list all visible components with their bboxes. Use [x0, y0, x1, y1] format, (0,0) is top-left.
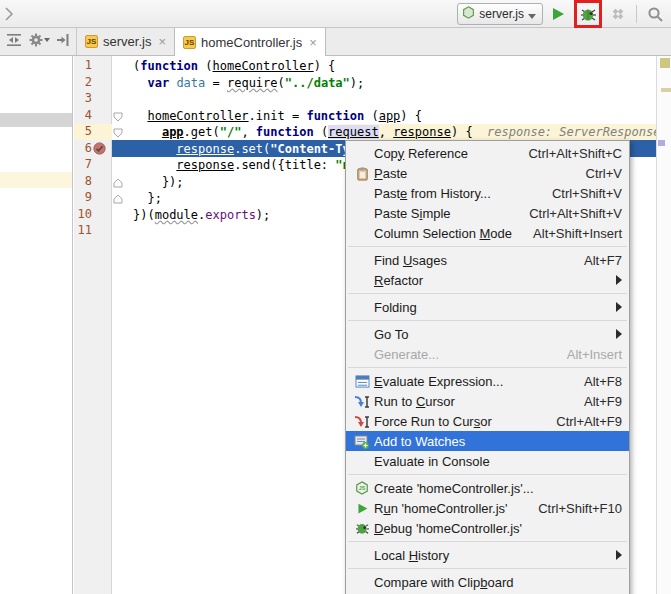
menu-item-label: Run to Cursor	[374, 394, 564, 409]
menu-item-shortcut: Ctrl+Shift+F10	[538, 501, 622, 516]
search-icon[interactable]	[643, 2, 667, 26]
menu-item-copy-reference[interactable]: Copy ReferenceCtrl+Alt+Shift+C	[346, 143, 629, 163]
code-line-5[interactable]: app.get("/", function (request, response…	[122, 124, 656, 141]
left-editor-pane	[0, 56, 73, 594]
menu-item-label: Compare with Clipboard	[374, 575, 622, 590]
breadcrumb-chevron-icon	[3, 5, 15, 26]
menu-item-paste-simple[interactable]: Paste SimpleCtrl+Alt+Shift+V	[346, 203, 629, 223]
tab-homeController-js[interactable]: JShomeController.js×	[174, 28, 326, 56]
code-line-8[interactable]: });	[122, 174, 184, 191]
menu-separator	[348, 367, 627, 368]
line-number[interactable]: 11	[74, 223, 92, 237]
menu-item-label: Add to Watches	[374, 434, 622, 449]
editor-context-menu: Copy ReferenceCtrl+Alt+Shift+CPasteCtrl+…	[345, 140, 630, 594]
js-file-icon: JS	[85, 35, 98, 48]
left-pane-highlight-band	[0, 113, 72, 127]
code-line-2[interactable]: var data = require("../data");	[122, 75, 364, 92]
line-number[interactable]: 10	[74, 207, 92, 221]
menu-item-shortcut: Ctrl+V	[586, 166, 622, 181]
tab-server-js[interactable]: JSserver.js×	[77, 28, 174, 55]
run-to-cursor-icon	[350, 394, 374, 409]
line-number[interactable]: 1	[74, 58, 92, 72]
menu-item-shortcut: Ctrl+Shift+V	[552, 186, 622, 201]
code-line-4[interactable]: homeController.init = function (app) {	[122, 108, 422, 125]
stripe-marker[interactable]	[658, 140, 665, 146]
menu-item-shortcut: Alt+F9	[584, 394, 622, 409]
line-number[interactable]: 4	[74, 108, 92, 122]
menu-separator	[348, 293, 627, 294]
code-line-6[interactable]: response.set("Content-Typ	[122, 141, 357, 158]
menu-item-debug-homecontroller-js[interactable]: Debug 'homeController.js'	[346, 518, 629, 538]
tab-label: homeController.js	[201, 35, 302, 50]
force-run-to-cursor-icon	[350, 414, 374, 429]
close-tab-icon[interactable]: ×	[309, 35, 317, 50]
menu-item-evaluate-in-console[interactable]: Evaluate in Console	[346, 451, 629, 471]
hide-tabs-icon[interactable]	[56, 32, 70, 51]
menu-item-label: Refactor	[374, 273, 608, 288]
tab-settings-gear-icon[interactable]	[28, 32, 50, 51]
menu-item-compare-with-clipboard[interactable]: Compare with Clipboard	[346, 572, 629, 592]
breakpoint-icon[interactable]	[93, 142, 106, 158]
menu-item-label: Copy Reference	[374, 146, 508, 161]
run-button[interactable]	[546, 2, 570, 26]
menu-item-run-to-cursor[interactable]: Run to CursorAlt+F9	[346, 391, 629, 411]
menu-item-go-to[interactable]: Go To	[346, 324, 629, 344]
menu-separator	[348, 568, 627, 569]
add-to-watches-icon	[350, 434, 374, 449]
line-number[interactable]: 8	[74, 174, 92, 188]
run-configuration-combo[interactable]: server.js	[457, 3, 543, 25]
code-line-9[interactable]: };	[122, 190, 162, 207]
line-number[interactable]: 9	[74, 190, 92, 204]
tab-corner-actions	[0, 28, 77, 55]
js-file-icon: JS	[183, 36, 196, 49]
menu-separator	[348, 541, 627, 542]
line-number[interactable]: 5	[74, 124, 92, 138]
main-toolbar: server.js	[0, 0, 671, 28]
menu-item-label: Run 'homeController.js'	[374, 501, 518, 516]
close-tab-icon[interactable]: ×	[158, 34, 166, 49]
stripe-marker[interactable]	[661, 88, 671, 92]
nodejs-icon: JS	[350, 481, 374, 495]
menu-item-shortcut: Ctrl+Alt+Shift+C	[528, 146, 622, 161]
svg-text:JS: JS	[359, 485, 366, 491]
menu-item-paste[interactable]: PasteCtrl+V	[346, 163, 629, 183]
menu-item-evaluate-expression[interactable]: Evaluate Expression...Alt+F8	[346, 371, 629, 391]
menu-item-shortcut: Alt+Shift+Insert	[533, 226, 622, 241]
code-line-3[interactable]	[122, 91, 133, 108]
menu-separator	[348, 474, 627, 475]
line-number[interactable]: 6	[74, 141, 92, 155]
coverage-icon[interactable]	[606, 2, 630, 26]
menu-item-label: Paste Simple	[374, 206, 509, 221]
menu-item-create-homecontroller-js[interactable]: JSCreate 'homeController.js'...	[346, 478, 629, 498]
code-line-11[interactable]	[122, 223, 133, 240]
code-line-1[interactable]: (function (homeController) {	[122, 58, 335, 75]
run-configuration-label: server.js	[479, 7, 524, 21]
error-stripe[interactable]	[656, 56, 671, 594]
dropdown-caret-icon	[528, 7, 536, 22]
tab-label: server.js	[103, 34, 151, 49]
editor-tab-bar: JSserver.js×JShomeController.js×	[0, 28, 671, 56]
code-line-10[interactable]: })(module.exports);	[122, 207, 270, 224]
menu-item-force-run-to-cursor[interactable]: Force Run to CursorCtrl+Alt+F9	[346, 411, 629, 431]
menu-item-local-history[interactable]: Local History	[346, 545, 629, 565]
menu-item-label: Create 'homeController.js'...	[374, 481, 622, 496]
stripe-marker[interactable]	[660, 58, 670, 68]
menu-item-find-usages[interactable]: Find UsagesAlt+F7	[346, 250, 629, 270]
menu-item-add-to-watches[interactable]: Add to Watches	[346, 431, 629, 451]
line-number[interactable]: 3	[74, 91, 92, 105]
menu-item-paste-from-history[interactable]: Paste from History...Ctrl+Shift+V	[346, 183, 629, 203]
line-number[interactable]: 7	[74, 157, 92, 171]
menu-item-shortcut: Alt+F8	[584, 374, 622, 389]
left-pane-highlight-band	[0, 172, 72, 188]
code-line-7[interactable]: response.send({title: "no	[122, 157, 357, 174]
menu-item-run-homecontroller-js[interactable]: Run 'homeController.js'Ctrl+Shift+F10	[346, 498, 629, 518]
equalize-proportions-icon[interactable]	[6, 32, 22, 51]
menu-separator	[348, 320, 627, 321]
menu-item-folding[interactable]: Folding	[346, 297, 629, 317]
debug-button[interactable]	[578, 4, 598, 24]
menu-item-column-selection-mode[interactable]: Column Selection ModeAlt+Shift+Insert	[346, 223, 629, 243]
menu-item-shortcut: Ctrl+Alt+F9	[556, 414, 622, 429]
menu-item-refactor[interactable]: Refactor	[346, 270, 629, 290]
line-number[interactable]: 2	[74, 75, 92, 89]
submenu-arrow-icon	[616, 550, 622, 560]
